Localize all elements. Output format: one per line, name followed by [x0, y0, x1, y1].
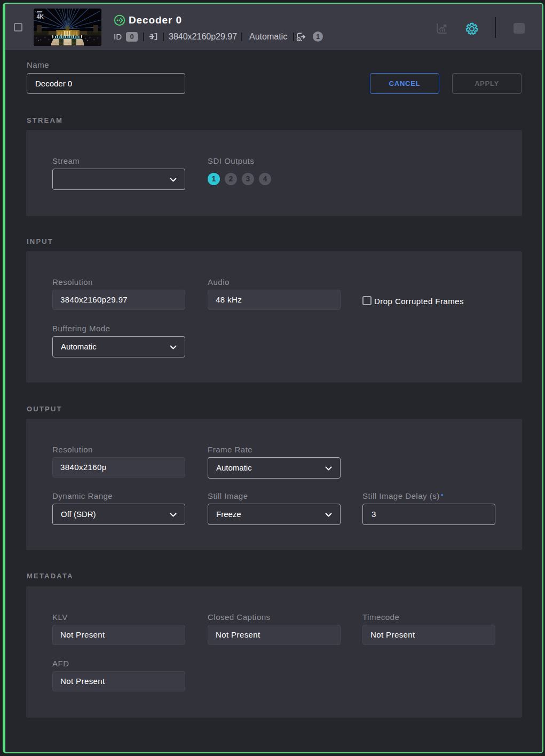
svg-text:4K: 4K	[37, 13, 44, 20]
